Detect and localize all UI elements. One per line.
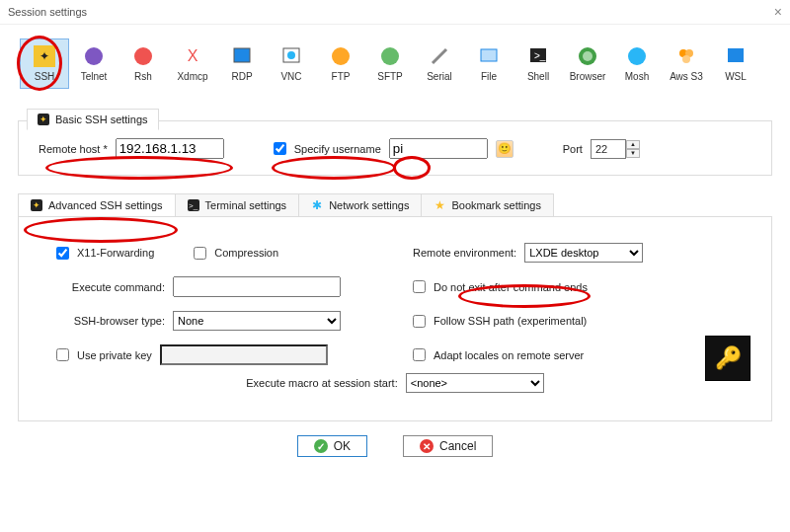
session-type-wsl[interactable]: WSL (711, 38, 760, 89)
check-icon: ✓ (314, 439, 328, 453)
key-icon: 🔑 (715, 345, 742, 371)
execute-command-label: Execute command: (46, 281, 165, 293)
network-icon: ✱ (311, 199, 323, 211)
settings-icon: ✦ (38, 114, 49, 125)
session-type-rdp[interactable]: RDP (217, 38, 267, 89)
terminal-icon: >_ (188, 199, 199, 211)
port-label: Port (563, 143, 583, 155)
macro-select[interactable]: <none> (406, 373, 544, 393)
user-avatar-icon[interactable]: 🙂 (496, 140, 514, 158)
svg-point-2 (85, 47, 103, 65)
session-type-vnc[interactable]: VNC (267, 38, 316, 89)
ssh-browser-label: SSH-browser type: (46, 315, 165, 327)
star-icon: ★ (434, 199, 445, 211)
cancel-icon: ✕ (420, 439, 434, 453)
session-type-shell[interactable]: >_ Shell (514, 38, 563, 89)
dialog-buttons: ✓ OK ✕ Cancel (0, 435, 790, 457)
svg-point-16 (628, 47, 646, 65)
session-type-sftp[interactable]: SFTP (365, 38, 415, 89)
session-type-mosh[interactable]: Mosh (612, 38, 662, 89)
ssh-icon: ✦ (34, 45, 55, 67)
svg-point-8 (332, 47, 350, 65)
mosh-icon (626, 45, 648, 67)
session-type-ftp[interactable]: FTP (316, 38, 365, 89)
follow-path-checkbox[interactable] (413, 315, 426, 328)
svg-line-10 (433, 49, 446, 63)
xdmcp-icon: X (182, 45, 203, 67)
wsl-icon (725, 45, 747, 67)
use-private-key-label: Use private key (77, 349, 152, 361)
close-icon[interactable]: × (774, 4, 782, 20)
credentials-key-button[interactable]: 🔑 (705, 336, 750, 381)
remote-host-label: Remote host * (39, 143, 108, 155)
svg-point-7 (287, 51, 295, 59)
do-not-exit-checkbox[interactable] (413, 280, 426, 293)
svg-rect-5 (234, 48, 250, 62)
specify-username-checkbox[interactable] (274, 142, 286, 155)
x11-forwarding-label: X11-Forwarding (77, 247, 154, 259)
svg-point-3 (134, 47, 152, 65)
session-type-browser[interactable]: Browser (563, 38, 612, 89)
telnet-icon (83, 45, 105, 67)
session-type-telnet[interactable]: Telnet (69, 38, 118, 89)
session-type-file[interactable]: File (464, 38, 514, 89)
browser-icon (577, 45, 598, 67)
basic-ssh-panel: ✦ Basic SSH settings Remote host * Speci… (18, 120, 772, 176)
remote-host-input[interactable] (116, 138, 224, 159)
svg-point-19 (682, 55, 690, 63)
macro-label: Execute macro at session start: (246, 377, 397, 389)
svg-point-9 (381, 47, 399, 65)
execute-command-input[interactable] (173, 276, 341, 297)
serial-icon (429, 45, 450, 67)
session-type-rsh[interactable]: Rsh (118, 38, 168, 89)
tab-advanced-ssh[interactable]: ✦ Advanced SSH settings (18, 193, 176, 216)
tab-terminal-settings[interactable]: >_ Terminal settings (176, 193, 300, 216)
ssh-subtabs: ✦ Advanced SSH settings >_ Terminal sett… (18, 193, 790, 216)
basic-ssh-tab: ✦ Basic SSH settings (27, 109, 159, 130)
adapt-locales-checkbox[interactable] (413, 348, 426, 361)
svg-text:✦: ✦ (40, 49, 49, 63)
rsh-icon (132, 45, 154, 67)
session-type-ssh[interactable]: ✦ SSH (20, 38, 69, 89)
settings-icon: ✦ (31, 199, 42, 211)
follow-path-label: Follow SSH path (experimental) (434, 315, 587, 327)
remote-env-label: Remote environment: (413, 247, 516, 259)
file-icon (478, 45, 500, 67)
svg-text:X: X (188, 47, 198, 64)
port-spinner[interactable]: ▲▼ (626, 140, 640, 158)
window-title: Session settings (8, 6, 87, 18)
use-private-key-checkbox[interactable] (56, 348, 69, 361)
sftp-icon (379, 45, 401, 67)
specify-username-label: Specify username (294, 143, 381, 155)
ssh-browser-select[interactable]: None (173, 311, 341, 331)
awss3-icon (675, 45, 697, 67)
svg-rect-11 (481, 49, 497, 61)
svg-point-15 (583, 51, 592, 61)
svg-rect-20 (728, 48, 744, 62)
compression-label: Compression (214, 247, 278, 259)
x11-forwarding-checkbox[interactable] (56, 247, 69, 260)
shell-icon: >_ (527, 45, 549, 67)
session-type-toolbar: ✦ SSH Telnet Rsh X Xdmcp RDP VNC FTP SFT… (0, 25, 790, 99)
tab-bookmark-settings[interactable]: ★ Bookmark settings (422, 193, 553, 216)
private-key-input (160, 344, 328, 365)
ok-button[interactable]: ✓ OK (297, 435, 367, 457)
username-input[interactable] (389, 138, 488, 159)
ftp-icon (330, 45, 352, 67)
compression-checkbox[interactable] (194, 247, 206, 260)
vnc-icon (280, 45, 302, 67)
session-type-awss3[interactable]: Aws S3 (662, 38, 711, 89)
remote-env-select[interactable]: LXDE desktop (524, 243, 643, 263)
do-not-exit-label: Do not exit after command ends (434, 281, 588, 293)
session-type-serial[interactable]: Serial (415, 38, 464, 89)
tab-network-settings[interactable]: ✱ Network settings (299, 193, 422, 216)
svg-text:>_: >_ (534, 50, 546, 61)
adapt-locales-label: Adapt locales on remote server (434, 349, 584, 361)
session-type-xdmcp[interactable]: X Xdmcp (168, 38, 217, 89)
port-input[interactable]: 22 (591, 139, 626, 159)
advanced-ssh-content: X11-Forwarding Compression Remote enviro… (18, 216, 772, 421)
rdp-icon (231, 45, 253, 67)
cancel-button[interactable]: ✕ Cancel (403, 435, 493, 457)
